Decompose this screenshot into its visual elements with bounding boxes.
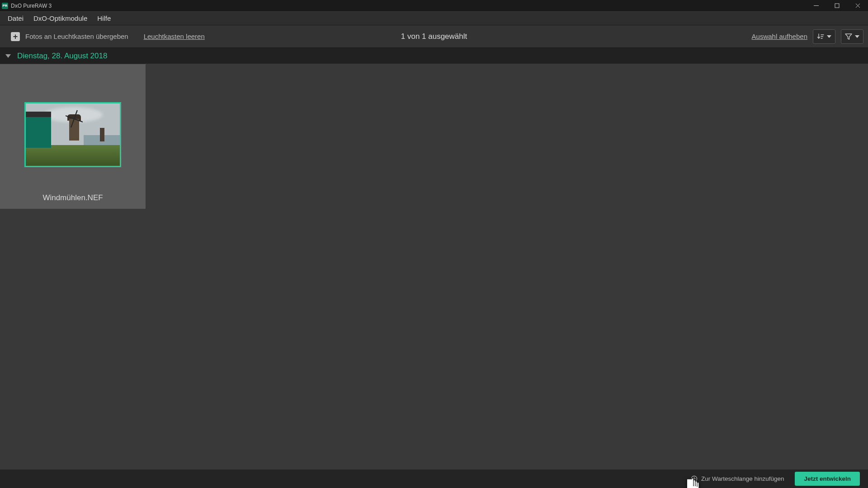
add-photos-button[interactable]: + Fotos an Leuchtkasten übergeben	[11, 32, 128, 41]
selection-status: 1 von 1 ausgewählt	[401, 32, 467, 41]
window-minimize-button[interactable]	[806, 0, 826, 12]
chevron-down-icon	[827, 35, 831, 38]
add-to-queue-label: Zur Warteschlange hinzufügen	[701, 475, 784, 482]
disclosure-triangle-icon	[5, 54, 11, 58]
menu-optics[interactable]: DxO-Optikmodule	[28, 13, 92, 24]
svg-rect-0	[835, 4, 839, 8]
thumbnail-cell[interactable]: Windmühlen.NEF	[0, 64, 146, 209]
deselect-link[interactable]: Auswahl aufheben	[752, 33, 807, 40]
date-group-header[interactable]: Dienstag, 28. August 2018	[0, 48, 868, 64]
sort-dropdown[interactable]	[813, 29, 835, 44]
chevron-down-icon	[855, 35, 859, 38]
menu-help[interactable]: Hilfe	[92, 13, 116, 24]
thumbnail-filename: Windmühlen.NEF	[42, 193, 103, 202]
close-icon	[855, 3, 860, 8]
lighttable: Windmühlen.NEF	[0, 64, 868, 469]
menu-bar: Datei DxO-Optikmodule Hilfe	[0, 12, 868, 25]
add-circle-icon	[691, 475, 698, 482]
add-photos-label: Fotos an Leuchtkasten übergeben	[25, 33, 128, 40]
sort-icon	[817, 33, 824, 40]
date-group-label: Dienstag, 28. August 2018	[17, 52, 107, 61]
filter-dropdown[interactable]	[841, 29, 863, 44]
thumbnail-image	[24, 102, 121, 167]
app-icon: PR	[2, 3, 8, 9]
toolbar: + Fotos an Leuchtkasten übergeben Leucht…	[0, 25, 868, 48]
window-maximize-button[interactable]	[826, 0, 847, 12]
plus-icon: +	[11, 32, 20, 41]
develop-now-button[interactable]: Jetzt entwickeln	[795, 472, 860, 486]
filter-icon	[845, 33, 852, 40]
title-bar: PR DxO PureRAW 3	[0, 0, 868, 12]
clear-lighttable-link[interactable]: Leuchtkasten leeren	[144, 33, 205, 40]
maximize-icon	[835, 3, 840, 8]
add-to-queue-button[interactable]: Zur Warteschlange hinzufügen	[691, 475, 784, 482]
window-close-button[interactable]	[847, 0, 868, 12]
minimize-icon	[814, 3, 819, 8]
menu-file[interactable]: Datei	[3, 13, 28, 24]
app-title: DxO PureRAW 3	[11, 3, 52, 9]
bottom-bar: Zur Warteschlange hinzufügen Jetzt entwi…	[0, 469, 868, 488]
